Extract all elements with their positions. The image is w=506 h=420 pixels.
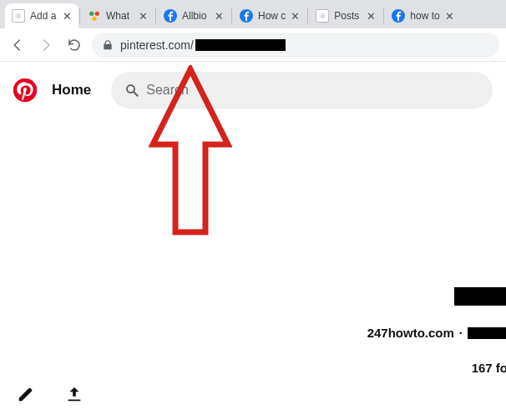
facebook-favicon-icon <box>392 9 405 23</box>
tab-close-icon[interactable]: ✕ <box>445 11 454 22</box>
profile-domain: 247howto.com <box>367 326 454 340</box>
pinterest-icon <box>13 78 37 102</box>
redacted-profile-name <box>454 287 506 306</box>
tab-close-icon[interactable]: ✕ <box>63 11 72 22</box>
profile-actions <box>12 380 89 408</box>
browser-tab[interactable]: Add a✕ <box>5 3 78 28</box>
tab-separator <box>79 8 80 23</box>
upload-icon <box>65 385 83 403</box>
app-topbar: Home <box>0 62 506 109</box>
followers-count: 167 fo <box>472 361 506 375</box>
browser-tab[interactable]: What✕ <box>81 3 154 28</box>
page-content: Home 247howto.com · 167 fo <box>0 62 506 420</box>
pencil-icon <box>17 385 35 403</box>
facebook-favicon-icon <box>164 9 177 23</box>
tab-separator <box>155 8 156 23</box>
edit-button[interactable] <box>12 380 40 408</box>
tab-close-icon[interactable]: ✕ <box>215 11 224 22</box>
facebook-favicon-icon <box>240 9 253 23</box>
home-link[interactable]: Home <box>52 82 91 99</box>
svg-point-1 <box>95 12 99 16</box>
tab-title: how to <box>410 10 439 22</box>
tab-separator <box>307 8 308 23</box>
browser-tab-strip: Add a✕What✕Allbio✕How c✕Posts✕how to✕ <box>0 0 506 28</box>
lock-icon <box>102 39 114 51</box>
svg-point-2 <box>92 17 96 21</box>
svg-line-8 <box>134 92 138 96</box>
upload-button[interactable] <box>60 380 89 408</box>
browser-tab[interactable]: how to✕ <box>385 3 460 28</box>
redacted-url-segment <box>195 39 286 51</box>
tab-title: Allbio <box>182 10 210 22</box>
reload-icon <box>67 38 82 53</box>
address-bar[interactable]: pinterest.com/ <box>92 33 499 58</box>
browser-tab[interactable]: Posts✕ <box>309 3 382 28</box>
tab-title: How c <box>258 10 286 22</box>
dots-favicon-icon <box>88 9 101 23</box>
tab-title: What <box>106 10 134 22</box>
search-input[interactable] <box>146 83 479 98</box>
forward-button <box>35 34 57 56</box>
browser-tab[interactable]: Allbio✕ <box>157 3 230 28</box>
tab-separator <box>383 8 384 23</box>
search-icon <box>124 83 139 98</box>
tab-close-icon[interactable]: ✕ <box>291 11 300 22</box>
profile-domain-line: 247howto.com · <box>367 326 506 340</box>
arrow-right-icon <box>38 38 53 53</box>
arrow-left-icon <box>10 38 25 53</box>
tab-close-icon[interactable]: ✕ <box>367 11 376 22</box>
pinterest-logo[interactable] <box>13 78 37 102</box>
url-text: pinterest.com/ <box>120 38 194 52</box>
tab-title: Posts <box>334 10 362 22</box>
svg-point-0 <box>89 12 94 16</box>
reload-button[interactable] <box>63 34 85 56</box>
generic-favicon-icon <box>12 9 25 23</box>
back-button[interactable] <box>7 34 28 56</box>
tab-close-icon[interactable]: ✕ <box>139 11 148 22</box>
search-box[interactable] <box>111 72 493 109</box>
profile-separator: · <box>459 326 463 340</box>
redacted-profile-extra <box>468 327 506 339</box>
tab-separator <box>231 8 232 23</box>
browser-tab[interactable]: How c✕ <box>233 3 306 28</box>
generic-favicon-icon <box>316 9 329 23</box>
browser-toolbar: pinterest.com/ <box>0 28 506 62</box>
tab-title: Add a <box>30 10 58 22</box>
